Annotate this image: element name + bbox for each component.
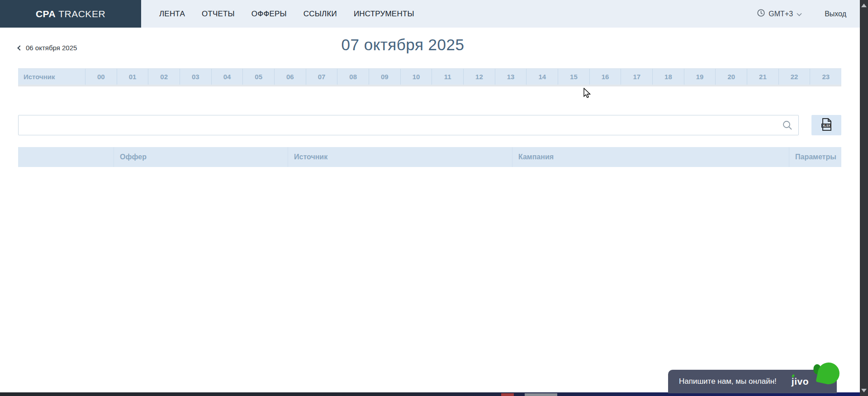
hour-column-header: 09 bbox=[369, 69, 400, 85]
timezone-label: GMT+3 bbox=[768, 10, 793, 18]
nav-item-offers[interactable]: ОФФЕРЫ bbox=[251, 10, 287, 19]
scroll-down-arrow[interactable] bbox=[861, 389, 867, 392]
hourly-stats-header: Источник 0001020304050607080910111213141… bbox=[18, 68, 841, 86]
svg-text:XLSX: XLSX bbox=[823, 124, 831, 127]
hour-column-header: 18 bbox=[652, 69, 684, 85]
hour-column-header: 16 bbox=[589, 69, 621, 85]
breakdown-table-header: Оффер Источник Кампания Параметры bbox=[18, 147, 841, 167]
vertical-scrollbar[interactable] bbox=[860, 0, 868, 396]
hour-column-header: 23 bbox=[810, 69, 841, 85]
hours-source-column-header: Источник bbox=[18, 69, 85, 85]
main-content: 06 октября 2025 07 октября 2025 Источник… bbox=[0, 28, 860, 167]
hour-column-header: 21 bbox=[747, 69, 778, 85]
hour-column-header: 06 bbox=[274, 69, 306, 85]
below-fold-gray-block bbox=[525, 393, 557, 396]
breakdown-col-source: Источник bbox=[288, 147, 512, 167]
nav-item-links[interactable]: ССЫЛКИ bbox=[304, 10, 337, 19]
date-navigation: 06 октября 2025 07 октября 2025 bbox=[0, 36, 860, 68]
chat-message: Напишите нам, мы онлайн! bbox=[679, 377, 777, 386]
hour-column-header: 14 bbox=[526, 69, 558, 85]
breakdown-col-campaign: Кампания bbox=[512, 147, 789, 167]
hour-column-header: 22 bbox=[778, 69, 810, 85]
app-logo[interactable]: CPA TRACKER bbox=[0, 0, 141, 28]
top-navbar: CPA TRACKER ЛЕНТА ОТЧЕТЫ ОФФЕРЫ ССЫЛКИ И… bbox=[0, 0, 860, 28]
xlsx-file-icon: XLSX bbox=[821, 118, 832, 132]
nav-item-tools[interactable]: ИНСТРУМЕНТЫ bbox=[354, 10, 414, 19]
hour-column-header: 11 bbox=[432, 69, 463, 85]
hour-column-header: 02 bbox=[148, 69, 180, 85]
hour-column-header: 05 bbox=[242, 69, 274, 85]
hour-column-header: 03 bbox=[180, 69, 211, 85]
chat-leaf-icon bbox=[816, 361, 842, 386]
hour-column-header: 10 bbox=[400, 69, 432, 85]
page-title: 07 октября 2025 bbox=[0, 36, 806, 54]
jivo-logo: jivo bbox=[792, 376, 809, 387]
hour-column-header: 12 bbox=[463, 69, 495, 85]
breakdown-col-empty bbox=[18, 147, 114, 167]
search-box bbox=[18, 115, 799, 135]
below-fold-red-block bbox=[501, 393, 514, 396]
hour-column-header: 00 bbox=[85, 69, 117, 85]
filter-row: XLSX bbox=[18, 115, 841, 135]
hour-column-header: 08 bbox=[337, 69, 369, 85]
breakdown-col-offer: Оффер bbox=[114, 147, 288, 167]
chevron-down-icon bbox=[797, 10, 802, 18]
hour-column-header: 01 bbox=[117, 69, 148, 85]
hour-column-header: 15 bbox=[558, 69, 589, 85]
clock-icon bbox=[757, 9, 765, 19]
hour-column-header: 13 bbox=[495, 69, 526, 85]
search-input[interactable] bbox=[19, 115, 798, 135]
chat-widget[interactable]: Напишите нам, мы онлайн! jivo bbox=[668, 370, 837, 393]
scroll-up-arrow[interactable] bbox=[861, 4, 867, 7]
hour-column-header: 20 bbox=[715, 69, 747, 85]
hour-column-header: 17 bbox=[621, 69, 652, 85]
hour-column-header: 07 bbox=[306, 69, 337, 85]
search-icon[interactable] bbox=[782, 120, 793, 133]
timezone-dropdown[interactable]: GMT+3 bbox=[757, 9, 802, 19]
hour-column-header: 19 bbox=[684, 69, 716, 85]
main-menu: ЛЕНТА ОТЧЕТЫ ОФФЕРЫ ССЫЛКИ ИНСТРУМЕНТЫ bbox=[159, 0, 414, 28]
nav-item-reports[interactable]: ОТЧЕТЫ bbox=[202, 10, 235, 19]
breakdown-col-params: Параметры bbox=[789, 147, 841, 167]
logout-button[interactable]: Выход bbox=[825, 10, 846, 18]
app-logo-light: TRACKER bbox=[58, 9, 105, 19]
nav-item-lenta[interactable]: ЛЕНТА bbox=[159, 10, 185, 19]
navbar-right: GMT+3 Выход bbox=[757, 0, 860, 28]
app-logo-bold: CPA bbox=[36, 9, 56, 19]
export-xlsx-button[interactable]: XLSX bbox=[811, 115, 841, 135]
hour-column-header: 04 bbox=[211, 69, 243, 85]
